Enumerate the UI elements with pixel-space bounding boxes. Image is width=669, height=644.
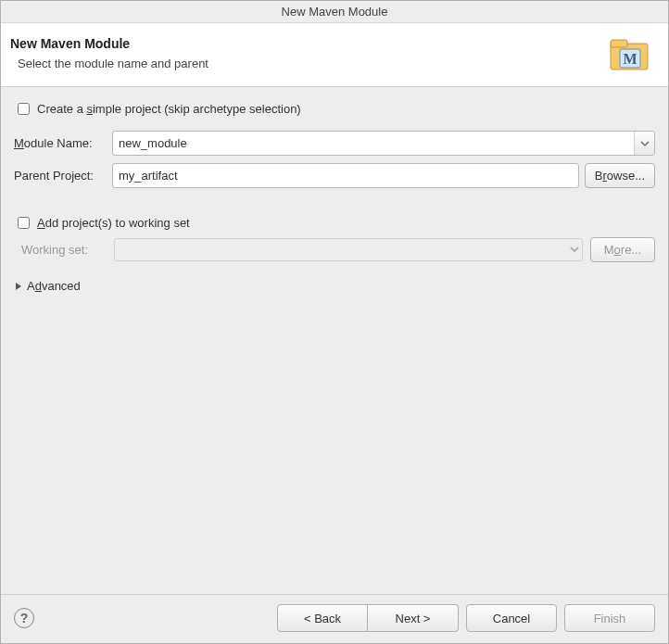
cancel-button[interactable]: Cancel [466, 604, 557, 632]
add-working-set-row: Add project(s) to working set [14, 216, 655, 230]
working-set-label: Working set: [21, 243, 107, 257]
chevron-down-icon [640, 141, 650, 146]
parent-project-label: Parent Project: [14, 169, 107, 183]
simple-project-checkbox[interactable] [18, 103, 30, 115]
module-name-row: Module Name: [14, 131, 655, 156]
dialog-window: New Maven Module New Maven Module Select… [0, 0, 669, 644]
page-subtitle: Select the module name and parent [18, 57, 208, 70]
dialog-content: Create a simple project (skip archetype … [1, 87, 668, 594]
simple-project-row: Create a simple project (skip archetype … [14, 102, 655, 116]
parent-project-input[interactable] [112, 163, 579, 188]
module-name-dropdown-button[interactable] [634, 132, 654, 155]
window-titlebar[interactable]: New Maven Module [1, 1, 668, 23]
module-name-label: Module Name: [14, 136, 107, 150]
dialog-footer: ? < Back Next > Cancel Finish [1, 594, 668, 643]
working-set-select [114, 238, 583, 261]
working-set-row: Working set: More... [14, 237, 655, 262]
page-title: New Maven Module [10, 36, 208, 51]
next-button[interactable]: Next > [368, 604, 459, 632]
module-name-combo[interactable] [112, 131, 655, 156]
advanced-toggle[interactable]: Advanced [14, 279, 655, 293]
dialog-header: New Maven Module Select the module name … [1, 23, 668, 87]
add-working-set-checkbox[interactable] [18, 217, 30, 229]
simple-project-label[interactable]: Create a simple project (skip archetype … [37, 102, 301, 116]
advanced-label: Advanced [27, 279, 81, 293]
maven-folder-icon: M [609, 36, 650, 73]
back-button[interactable]: < Back [277, 604, 368, 632]
footer-buttons: < Back Next > Cancel Finish [277, 604, 655, 632]
module-name-input[interactable] [113, 132, 634, 155]
svg-rect-1 [611, 40, 627, 47]
header-text: New Maven Module Select the module name … [10, 36, 208, 70]
add-working-set-label[interactable]: Add project(s) to working set [37, 216, 190, 230]
browse-button[interactable]: Browse... [585, 163, 655, 188]
more-button: More... [590, 237, 655, 262]
parent-project-row: Parent Project: Browse... [14, 163, 655, 188]
window-title: New Maven Module [282, 5, 388, 19]
svg-text:M: M [623, 51, 637, 67]
finish-button: Finish [564, 604, 655, 632]
help-icon[interactable]: ? [14, 608, 34, 628]
triangle-right-icon [14, 282, 23, 291]
